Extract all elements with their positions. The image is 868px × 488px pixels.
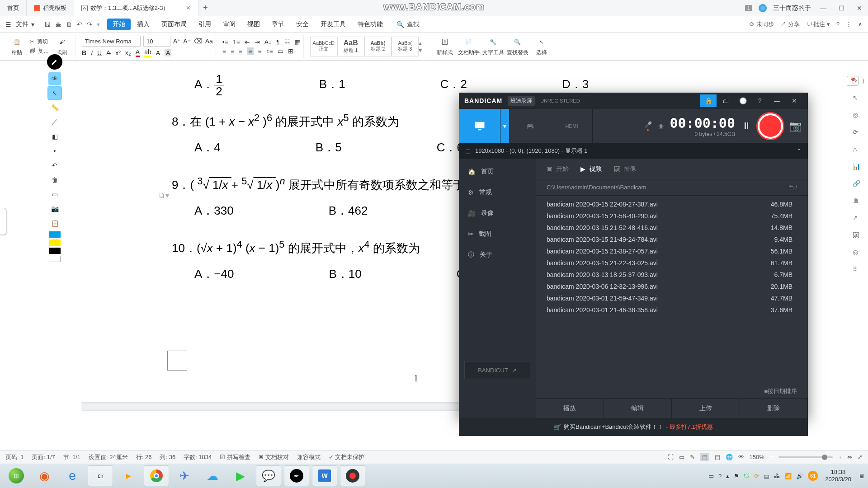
- font-size-select[interactable]: 10: [143, 36, 170, 47]
- mic-icon[interactable]: 🎤: [644, 121, 652, 128]
- indent-icon[interactable]: ⇥: [255, 38, 260, 46]
- help-icon[interactable]: ?: [836, 21, 840, 28]
- help-icon2[interactable]: ?: [752, 94, 768, 107]
- action-edit[interactable]: 编辑: [604, 399, 672, 418]
- zoom-out[interactable]: −: [770, 454, 774, 460]
- left-panel-handle[interactable]: [0, 208, 6, 235]
- clear-format-icon[interactable]: ⌫: [193, 38, 203, 45]
- paste-button[interactable]: 📋 粘贴: [6, 36, 27, 56]
- action-upload[interactable]: 上传: [672, 399, 740, 418]
- file-row[interactable]: bandicam 2020-03-15 22-08-27-387.avi46.8…: [547, 198, 803, 210]
- font-color-icon[interactable]: A: [136, 48, 140, 57]
- tray-disk-icon[interactable]: 🖴: [764, 473, 769, 479]
- file-row[interactable]: bandicam 2020-03-15 21-49-24-784.avi9.4M…: [547, 234, 803, 245]
- menutab-view[interactable]: 视图: [242, 19, 265, 30]
- eraser-tool-icon[interactable]: ◧: [48, 130, 61, 143]
- more-icon[interactable]: ⋮: [846, 21, 852, 28]
- font-family-select[interactable]: Times New Roma: [82, 36, 141, 47]
- tray-up-icon[interactable]: ▴: [726, 473, 729, 479]
- color-white[interactable]: [49, 256, 61, 262]
- file-menu[interactable]: 文件▾: [13, 20, 37, 28]
- maximize-button[interactable]: ☐: [835, 2, 847, 14]
- tray-network-icon[interactable]: 🖧: [774, 473, 780, 479]
- task-ie[interactable]: e: [60, 465, 85, 486]
- tray-volume-icon[interactable]: 🔊: [796, 473, 803, 479]
- save-icon[interactable]: 🖫: [44, 21, 51, 28]
- color-yellow[interactable]: [49, 239, 61, 246]
- sb-spell[interactable]: ☑ 拼写检查: [220, 453, 250, 461]
- task-play[interactable]: ▶: [228, 465, 253, 486]
- camera-tool-icon[interactable]: 📷: [48, 202, 61, 215]
- ink-pen-button[interactable]: [47, 54, 62, 70]
- side-general[interactable]: ⚙常规: [459, 182, 536, 203]
- collapse-ribbon-icon[interactable]: ∧: [858, 21, 863, 28]
- clock-icon[interactable]: 🕓: [735, 94, 751, 107]
- dot-tool-icon[interactable]: •: [48, 145, 61, 157]
- bandicut-button[interactable]: BANDICUT↗: [464, 361, 530, 379]
- italic-icon[interactable]: I: [91, 49, 93, 56]
- mode-screen[interactable]: [459, 109, 500, 143]
- align-justify-icon[interactable]: ≡: [247, 47, 253, 55]
- bandi-close[interactable]: ✕: [786, 94, 802, 107]
- align-center-icon[interactable]: ≡: [231, 47, 234, 55]
- tab-video[interactable]: ▶视频: [580, 165, 602, 173]
- shading-icon[interactable]: ▭: [278, 47, 283, 55]
- line-spacing-icon[interactable]: ↕≡: [266, 47, 273, 55]
- start-button[interactable]: ⊞: [4, 465, 29, 486]
- side-about[interactable]: ⓘ关于: [459, 244, 536, 265]
- focus-icon[interactable]: 👁: [738, 454, 744, 460]
- sb-protect[interactable]: ✓ 文档未保护: [329, 453, 365, 461]
- zoom-in[interactable]: +: [838, 454, 842, 460]
- char-shading-icon[interactable]: A: [165, 49, 171, 56]
- tab-begin[interactable]: ▣开始: [547, 165, 569, 173]
- style-normal[interactable]: AaBbCcD正文: [310, 37, 337, 56]
- preview-icon[interactable]: 🗎: [66, 21, 72, 28]
- lock-icon[interactable]: 🔒: [700, 94, 717, 107]
- capture-region-label[interactable]: ⬚ 868x488 - (0, 0), (1920, 1080) - 显示器…: [459, 143, 808, 159]
- task-app-2[interactable]: ✈: [172, 465, 197, 486]
- grow-font-icon[interactable]: A⁺: [173, 38, 180, 45]
- clipboard-tool-icon[interactable]: 📋: [48, 217, 61, 230]
- menutab-chapter[interactable]: 章节: [266, 19, 290, 30]
- action-play[interactable]: 播放: [536, 399, 604, 418]
- more-tools-icon[interactable]: ⠿: [853, 266, 862, 275]
- side-shot[interactable]: ✂截图: [459, 224, 536, 244]
- attach-icon[interactable]: 🔗: [853, 180, 862, 189]
- edit-mode-icon[interactable]: ✎: [690, 454, 695, 460]
- style-h1[interactable]: AaB标题 1: [337, 37, 364, 56]
- trash-tool-icon[interactable]: 🗑: [48, 174, 61, 186]
- file-row[interactable]: bandicam 2020-03-13 18-25-37-093.avi6.7M…: [547, 269, 803, 281]
- style-h3[interactable]: AaBb(标题 3: [392, 37, 419, 56]
- close-tab-icon[interactable]: ✕: [185, 5, 191, 11]
- file-row[interactable]: bandicam 2020-03-01 21-59-47-349.avi47.7…: [547, 292, 803, 304]
- align-dist-icon[interactable]: ≡: [258, 47, 262, 55]
- file-row[interactable]: bandicam 2020-03-15 21-38-27-057.avi56.1…: [547, 245, 803, 257]
- tray-user-icon[interactable]: 81: [808, 471, 818, 481]
- web-layout-icon[interactable]: 🌐: [726, 454, 733, 460]
- file-row[interactable]: bandicam 2020-03-15 21-22-43-025.avi61.7…: [547, 257, 803, 269]
- tab-image[interactable]: 🖼图像: [613, 165, 636, 173]
- sb-words[interactable]: 字数: 1834: [184, 453, 212, 461]
- sb-pages[interactable]: 页面: 1/7: [32, 453, 55, 461]
- tab-template[interactable]: 稻壳模板: [27, 0, 74, 16]
- shrink-font-icon[interactable]: A⁻: [183, 38, 190, 45]
- cursor-tool-icon[interactable]: ↖: [48, 87, 61, 99]
- columns-icon[interactable]: ☷: [284, 38, 290, 46]
- annotate-button[interactable]: 🗨 批注 ▾: [806, 20, 830, 28]
- reading-mode-icon[interactable]: ▭: [679, 454, 684, 460]
- fit-page-icon[interactable]: ⤢: [858, 454, 863, 460]
- print-layout-icon[interactable]: ▤: [700, 453, 709, 461]
- file-row[interactable]: bandicam 2020-03-15 21-58-40-290.avi75.4…: [547, 210, 803, 222]
- tray-app-icon[interactable]: ▭: [708, 473, 714, 479]
- align-left-icon[interactable]: ≡: [222, 47, 226, 55]
- side-home[interactable]: 🏠首页: [459, 161, 536, 182]
- task-bandicam[interactable]: [340, 465, 365, 486]
- tray-sync-icon[interactable]: ⟳: [754, 473, 759, 479]
- image-icon2[interactable]: 🖼: [853, 231, 862, 240]
- task-media[interactable]: ▶: [116, 465, 141, 486]
- share-button[interactable]: ↗ 分享: [780, 20, 800, 28]
- new-style-button[interactable]: 🄰新样式: [434, 36, 455, 56]
- color-cyan[interactable]: [49, 231, 61, 238]
- expand-region-icon[interactable]: ⌃: [797, 148, 802, 155]
- menutab-ref[interactable]: 引用: [193, 19, 217, 30]
